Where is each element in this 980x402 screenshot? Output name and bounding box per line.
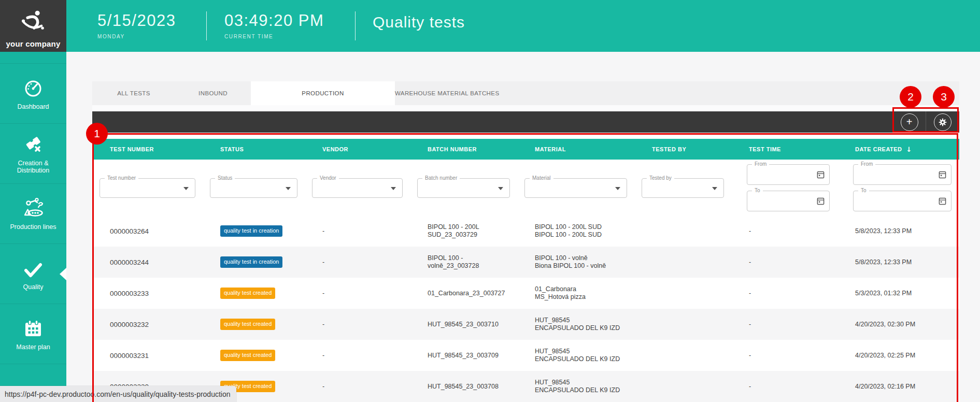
- cell-material: HUT_98545 ENCAPSULADO DEL K9 IZD: [517, 379, 634, 394]
- calendar-icon[interactable]: [939, 170, 946, 181]
- calendar-icon: [23, 317, 43, 339]
- cell-test-time: -: [731, 227, 837, 235]
- cell-batch-number: 01_Carbonara_23_003727: [410, 290, 517, 297]
- cell-test-number: 0000003231: [92, 352, 203, 360]
- chevron-down-icon: [615, 187, 620, 190]
- status-badge: quality test in creation: [220, 225, 282, 237]
- cell-date-created: 5/8/2023, 12:33 PM: [837, 259, 959, 266]
- filter-cell: Test number: [92, 160, 203, 216]
- filter-dropdown[interactable]: Material: [524, 178, 627, 198]
- filter-dropdown[interactable]: Test number: [100, 178, 195, 198]
- table-row[interactable]: 0000003244 quality test in creation - BI…: [92, 247, 959, 278]
- cell-date-created: 4/20/2023, 02:25 PM: [837, 352, 959, 360]
- table-row[interactable]: 0000003264 quality test in creation - BI…: [92, 216, 959, 247]
- filter-cell: Tested by: [634, 160, 731, 216]
- table-row[interactable]: 0000003233 quality test created - 01_Car…: [92, 278, 959, 309]
- quality-tests-page: your company Dashboard Creati: [0, 0, 980, 402]
- sidebar-item[interactable]: Production lines: [0, 183, 66, 243]
- table-header-row: TEST NUMBER↓ STATUS↓ VENDOR↓ BATCH NUMBE…: [92, 139, 959, 160]
- calendar-icon[interactable]: [939, 197, 946, 207]
- gauge-icon: [23, 77, 44, 98]
- column-header[interactable]: TESTED BY↓: [634, 146, 731, 152]
- cell-status: quality test created: [203, 350, 305, 361]
- filter-dropdown[interactable]: Status: [210, 178, 297, 198]
- test-time-from-input[interactable]: From: [747, 164, 830, 185]
- spacer: [92, 133, 959, 139]
- header-divider: [355, 11, 356, 40]
- table-toolbar: +: [92, 111, 959, 133]
- filter-dropdown[interactable]: Tested by: [642, 178, 724, 198]
- status-badge: quality test in creation: [220, 256, 282, 268]
- sidebar-item[interactable]: Dashboard: [0, 63, 66, 123]
- cell-test-time: -: [731, 290, 837, 297]
- column-header[interactable]: DATE CREATED↓: [837, 146, 959, 153]
- chevron-down-icon: [286, 187, 291, 190]
- header-divider: [206, 11, 207, 40]
- column-header[interactable]: STATUS↓: [203, 146, 305, 152]
- ticket-icon: [22, 133, 44, 155]
- sidebar-item[interactable]: Master plan: [0, 304, 66, 364]
- sidebar: Dashboard Creation & Distribution: [0, 52, 66, 402]
- filter-cell: Status: [203, 160, 305, 216]
- chevron-down-icon: [183, 187, 189, 190]
- table-row[interactable]: 0000003232 quality test created - HUT_98…: [92, 309, 959, 340]
- company-logo: your company: [0, 0, 66, 52]
- tab[interactable]: PRODUCTION: [251, 81, 395, 105]
- column-header[interactable]: MATERIAL↓: [517, 146, 634, 152]
- date-created-to-input[interactable]: To: [853, 191, 951, 211]
- cell-material: HUT_98545 ENCAPSULADO DEL K9 IZD: [517, 317, 634, 332]
- toolbar-button[interactable]: +: [892, 111, 926, 133]
- test-time-filter-cell: From To: [731, 160, 837, 216]
- toolbar-button[interactable]: [926, 111, 959, 133]
- tab-bar: ALL TESTS INBOUND PRODUCTION WAREHOUSE M…: [92, 81, 959, 105]
- cell-vendor: -: [305, 290, 410, 297]
- calendar-icon[interactable]: [817, 197, 825, 207]
- cell-batch-number: HUT_98545_23_003709: [410, 352, 517, 360]
- filter-cell: Material: [517, 160, 634, 216]
- column-header[interactable]: TEST NUMBER↓: [92, 146, 203, 152]
- cell-test-time: -: [731, 383, 837, 391]
- cell-status: quality test created: [203, 288, 305, 299]
- table-body: 0000003264 quality test in creation - BI…: [92, 216, 959, 402]
- tab[interactable]: WAREHOUSE MATERIAL BATCHES: [395, 81, 499, 105]
- plus-icon: +: [901, 113, 918, 131]
- current-time-block: 03:49:20 PM CURRENT TIME: [224, 11, 324, 39]
- cell-date-created: 5/8/2023, 12:33 PM: [837, 227, 959, 235]
- cell-material: HUT_98545 ENCAPSULADO DEL K9 IZD: [517, 348, 634, 363]
- chevron-down-icon: [712, 187, 717, 190]
- column-header[interactable]: TEST TIME↓: [731, 146, 837, 152]
- cell-material: BIPOL 100 - 200L SUD BIPOL 100 - 200L SU…: [517, 223, 634, 239]
- checkmark-icon: [22, 257, 45, 279]
- table-row[interactable]: 0000003231 quality test created - HUT_98…: [92, 340, 959, 371]
- cell-vendor: -: [305, 352, 410, 360]
- cell-vendor: -: [305, 227, 410, 235]
- sidebar-item[interactable]: Quality: [0, 243, 66, 304]
- cell-test-time: -: [731, 352, 837, 360]
- date-created-from-input[interactable]: From: [853, 164, 951, 185]
- cell-date-created: 4/20/2023, 02:16 PM: [837, 383, 959, 391]
- calendar-icon[interactable]: [817, 170, 825, 181]
- tab[interactable]: ALL TESTS: [92, 81, 175, 105]
- company-name: your company: [6, 39, 61, 48]
- company-logo-icon: [18, 9, 48, 38]
- link-url: https://p4f-pc-dev.productoo.com/en-us/q…: [5, 390, 231, 398]
- filter-dropdown[interactable]: Batch number: [417, 178, 510, 198]
- cell-status: quality test in creation: [203, 256, 305, 268]
- cell-test-number: 0000003244: [92, 259, 203, 266]
- column-header[interactable]: BATCH NUMBER↓: [410, 146, 517, 152]
- page-title: Quality tests: [373, 13, 465, 31]
- test-time-to-input[interactable]: To: [747, 191, 830, 211]
- current-day-label: MONDAY: [97, 34, 176, 39]
- filter-dropdown[interactable]: Vendor: [312, 178, 403, 198]
- cell-test-time: -: [731, 259, 837, 266]
- column-header[interactable]: VENDOR↓: [305, 146, 410, 152]
- status-badge: quality test created: [220, 319, 275, 330]
- current-time-label: CURRENT TIME: [224, 34, 324, 39]
- current-date-block: 5/15/2023 MONDAY: [97, 11, 176, 39]
- sidebar-item[interactable]: Creation & Distribution: [0, 123, 66, 183]
- current-time: 03:49:20 PM: [224, 11, 324, 30]
- tab[interactable]: INBOUND: [175, 81, 251, 105]
- cell-material: 01_Carbonara MS_Hotová pizza: [517, 285, 634, 301]
- sort-desc-icon: ↓: [906, 146, 912, 153]
- plus-icon: +: [906, 117, 913, 127]
